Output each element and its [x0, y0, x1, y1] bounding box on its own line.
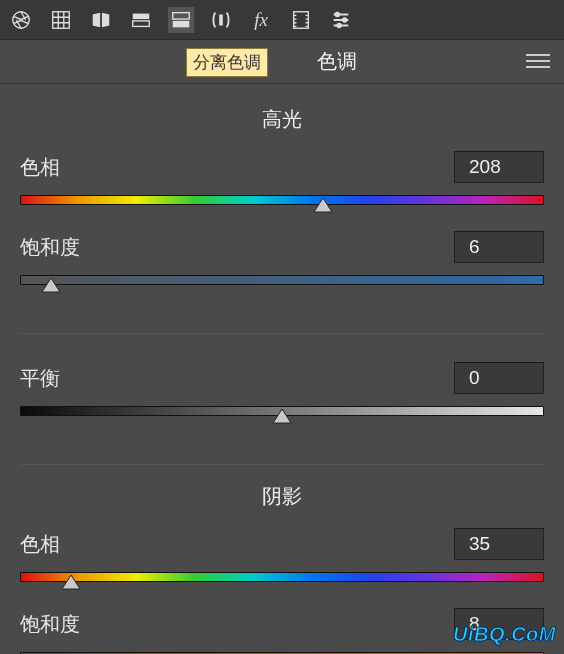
shadows-sat-value[interactable]: 8: [454, 608, 544, 640]
highlights-section: 高光 色相 208 饱和度 6: [0, 84, 564, 315]
divider: [20, 464, 544, 465]
filmstrip-icon[interactable]: [288, 7, 314, 33]
svg-point-10: [337, 23, 341, 27]
fx-icon[interactable]: fx: [248, 7, 274, 33]
aperture-icon[interactable]: [8, 7, 34, 33]
toolbar: fx: [0, 0, 564, 40]
mirror-icon[interactable]: [88, 7, 114, 33]
panel-title: 色调: [317, 48, 357, 75]
menu-icon[interactable]: [526, 52, 550, 70]
highlights-title: 高光: [20, 106, 544, 133]
highlights-hue-slider[interactable]: [20, 189, 544, 217]
before-after-h-icon[interactable]: [128, 7, 154, 33]
balance-section: 平衡 0: [0, 352, 564, 446]
shadows-section: 阴影 色相 35 饱和度 8: [0, 483, 564, 654]
panel-tooltip: 分离色调: [186, 48, 268, 77]
shadows-sat-slider[interactable]: [20, 646, 544, 654]
highlights-sat-value[interactable]: 6: [454, 231, 544, 263]
balance-label: 平衡: [20, 365, 120, 392]
svg-rect-4: [173, 12, 190, 18]
shadows-title: 阴影: [20, 483, 544, 510]
before-after-v-icon[interactable]: [168, 7, 194, 33]
shadows-sat-label: 饱和度: [20, 611, 120, 638]
divider: [20, 333, 544, 334]
shadows-hue-slider[interactable]: [20, 566, 544, 594]
shadows-hue-label: 色相: [20, 531, 120, 558]
balance-slider[interactable]: [20, 400, 544, 428]
panel-header: 分离色调 色调: [0, 40, 564, 84]
highlights-hue-label: 色相: [20, 154, 120, 181]
sliders-icon[interactable]: [328, 7, 354, 33]
svg-rect-2: [133, 13, 150, 18]
shadows-hue-value[interactable]: 35: [454, 528, 544, 560]
highlights-sat-label: 饱和度: [20, 234, 120, 261]
highlights-sat-slider[interactable]: [20, 269, 544, 297]
svg-point-9: [343, 18, 347, 22]
lens-icon[interactable]: [208, 7, 234, 33]
svg-rect-6: [219, 14, 223, 25]
svg-point-8: [336, 12, 340, 16]
balance-value[interactable]: 0: [454, 362, 544, 394]
grid-icon[interactable]: [48, 7, 74, 33]
svg-rect-5: [173, 20, 190, 26]
svg-rect-1: [53, 11, 70, 28]
svg-rect-3: [133, 20, 150, 25]
highlights-hue-value[interactable]: 208: [454, 151, 544, 183]
